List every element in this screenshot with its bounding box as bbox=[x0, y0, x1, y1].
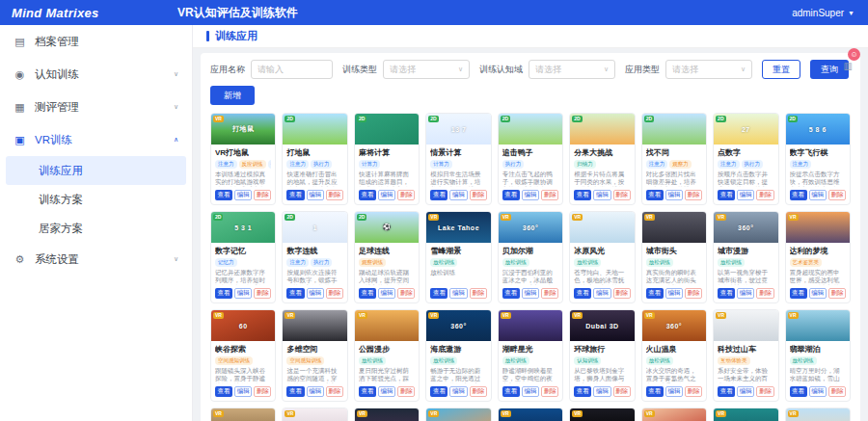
view-button[interactable]: 查看 bbox=[718, 386, 735, 397]
filter-input[interactable]: 请选择 ∨ bbox=[665, 60, 752, 79]
edit-button[interactable]: 编辑 bbox=[737, 190, 754, 200]
delete-button[interactable]: 删除 bbox=[613, 190, 631, 200]
view-button[interactable]: 查看 bbox=[574, 190, 591, 200]
view-button[interactable]: 查看 bbox=[574, 288, 591, 299]
delete-button[interactable]: 删除 bbox=[470, 190, 487, 200]
delete-button[interactable]: 删除 bbox=[254, 288, 271, 299]
delete-button[interactable]: 删除 bbox=[685, 386, 702, 397]
view-button[interactable]: 查看 bbox=[718, 288, 735, 299]
user-menu[interactable]: adminSuper ▼ bbox=[792, 8, 854, 18]
view-button[interactable]: 查看 bbox=[574, 386, 591, 397]
delete-button[interactable]: 删除 bbox=[254, 386, 271, 397]
edit-button[interactable]: 编辑 bbox=[593, 386, 610, 397]
filter-input[interactable]: 请输入 bbox=[251, 60, 333, 79]
edit-button[interactable]: 编辑 bbox=[234, 288, 252, 299]
view-button[interactable]: 查看 bbox=[286, 190, 304, 200]
edit-button[interactable]: 编辑 bbox=[809, 288, 827, 299]
view-button[interactable]: 查看 bbox=[215, 190, 232, 200]
view-button[interactable]: 查看 bbox=[790, 386, 807, 397]
delete-button[interactable]: 删除 bbox=[828, 190, 846, 200]
edit-button[interactable]: 编辑 bbox=[234, 386, 252, 397]
edit-button[interactable]: 编辑 bbox=[449, 288, 467, 299]
delete-button[interactable]: 删除 bbox=[613, 386, 631, 397]
delete-button[interactable]: 删除 bbox=[470, 386, 487, 397]
view-button[interactable]: 查看 bbox=[430, 190, 448, 200]
view-button[interactable]: 查看 bbox=[286, 386, 304, 397]
edit-button[interactable]: 编辑 bbox=[522, 386, 539, 397]
edit-button[interactable]: 编辑 bbox=[378, 190, 395, 200]
sidebar-subitem[interactable]: 训练方案 bbox=[0, 185, 192, 214]
edit-button[interactable]: 编辑 bbox=[593, 288, 610, 299]
sidebar: ▤ 档案管理 ◉ 认知训练 ∨ ▦ 测评管理 ∨ bbox=[0, 25, 193, 421]
filter-input[interactable]: 请选择 ∨ bbox=[529, 60, 615, 79]
view-button[interactable]: 查看 bbox=[718, 190, 735, 200]
view-button[interactable]: 查看 bbox=[790, 288, 807, 299]
delete-button[interactable]: 删除 bbox=[613, 288, 631, 299]
delete-button[interactable]: 删除 bbox=[828, 386, 846, 397]
edit-button[interactable]: 编辑 bbox=[234, 190, 252, 200]
sidebar-item[interactable]: ▣ VR训练 ∧ bbox=[0, 123, 192, 156]
delete-button[interactable]: 删除 bbox=[397, 386, 415, 397]
edit-button[interactable]: 编辑 bbox=[665, 190, 683, 200]
delete-button[interactable]: 删除 bbox=[326, 288, 343, 299]
edit-button[interactable]: 编辑 bbox=[307, 288, 324, 299]
edit-button[interactable]: 编辑 bbox=[307, 386, 324, 397]
reset-button[interactable]: 重置 bbox=[762, 60, 800, 79]
delete-button[interactable]: 删除 bbox=[541, 190, 558, 200]
view-button[interactable]: 查看 bbox=[502, 386, 520, 397]
filter-input[interactable]: 请选择 ∨ bbox=[383, 60, 470, 79]
delete-button[interactable]: 删除 bbox=[326, 386, 343, 397]
view-button[interactable]: 查看 bbox=[430, 288, 448, 299]
delete-button[interactable]: 删除 bbox=[470, 288, 487, 299]
help-float-button[interactable]: ☺ bbox=[848, 48, 860, 61]
view-button[interactable]: 查看 bbox=[215, 288, 232, 299]
view-button[interactable]: 查看 bbox=[359, 190, 376, 200]
delete-button[interactable]: 删除 bbox=[685, 190, 702, 200]
view-button[interactable]: 查看 bbox=[359, 288, 376, 299]
edit-button[interactable]: 编辑 bbox=[522, 288, 539, 299]
sidebar-item[interactable]: ◉ 认知训练 ∨ bbox=[0, 58, 192, 91]
view-button[interactable]: 查看 bbox=[359, 386, 376, 397]
sidebar-item[interactable]: ⚙ 系统设置 ∨ bbox=[0, 243, 192, 276]
view-button[interactable]: 查看 bbox=[646, 386, 664, 397]
sidebar-item[interactable]: ▤ 档案管理 bbox=[0, 25, 192, 58]
edit-button[interactable]: 编辑 bbox=[737, 386, 754, 397]
sidebar-subitem[interactable]: 居家方案 bbox=[0, 214, 192, 243]
edit-button[interactable]: 编辑 bbox=[737, 288, 754, 299]
delete-button[interactable]: 删除 bbox=[756, 288, 773, 299]
delete-button[interactable]: 删除 bbox=[397, 288, 415, 299]
table-settings-icon[interactable]: ▥ bbox=[844, 61, 853, 71]
delete-button[interactable]: 删除 bbox=[685, 288, 702, 299]
add-button[interactable]: 新增 bbox=[210, 86, 255, 105]
delete-button[interactable]: 删除 bbox=[397, 190, 415, 200]
view-button[interactable]: 查看 bbox=[646, 288, 664, 299]
sidebar-subitem[interactable]: 训练应用 bbox=[6, 156, 186, 185]
edit-button[interactable]: 编辑 bbox=[378, 288, 395, 299]
delete-button[interactable]: 删除 bbox=[326, 190, 343, 200]
view-button[interactable]: 查看 bbox=[430, 386, 448, 397]
edit-button[interactable]: 编辑 bbox=[665, 386, 683, 397]
view-button[interactable]: 查看 bbox=[790, 190, 807, 200]
format-badge: VR bbox=[788, 312, 799, 319]
delete-button[interactable]: 删除 bbox=[541, 288, 558, 299]
edit-button[interactable]: 编辑 bbox=[378, 386, 395, 397]
delete-button[interactable]: 删除 bbox=[756, 386, 773, 397]
view-button[interactable]: 查看 bbox=[215, 386, 232, 397]
edit-button[interactable]: 编辑 bbox=[665, 288, 683, 299]
edit-button[interactable]: 编辑 bbox=[593, 190, 610, 200]
edit-button[interactable]: 编辑 bbox=[449, 386, 467, 397]
edit-button[interactable]: 编辑 bbox=[307, 190, 324, 200]
delete-button[interactable]: 删除 bbox=[756, 190, 773, 200]
view-button[interactable]: 查看 bbox=[286, 288, 304, 299]
delete-button[interactable]: 删除 bbox=[254, 190, 271, 200]
view-button[interactable]: 查看 bbox=[502, 190, 520, 200]
delete-button[interactable]: 删除 bbox=[828, 288, 846, 299]
view-button[interactable]: 查看 bbox=[646, 190, 664, 200]
sidebar-item[interactable]: ▦ 测评管理 ∨ bbox=[0, 91, 192, 123]
edit-button[interactable]: 编辑 bbox=[809, 190, 827, 200]
edit-button[interactable]: 编辑 bbox=[449, 190, 467, 200]
view-button[interactable]: 查看 bbox=[502, 288, 520, 299]
edit-button[interactable]: 编辑 bbox=[809, 386, 827, 397]
delete-button[interactable]: 删除 bbox=[541, 386, 558, 397]
edit-button[interactable]: 编辑 bbox=[522, 190, 539, 200]
